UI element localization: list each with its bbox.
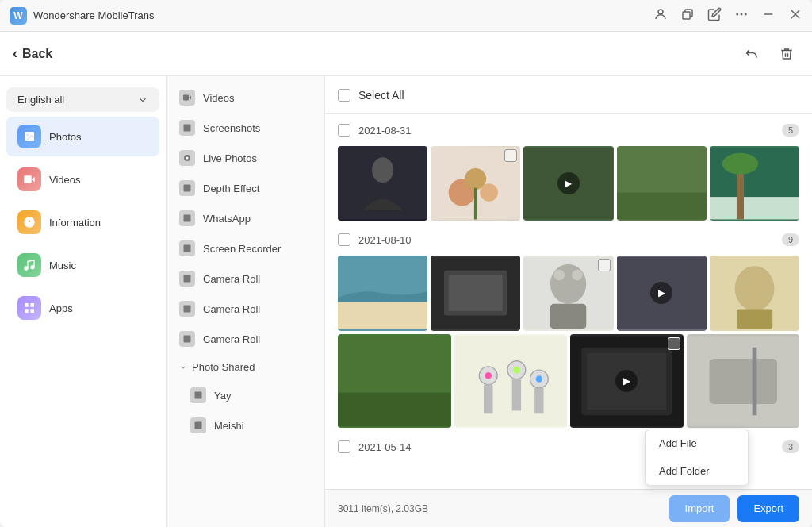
back-label: Back	[22, 47, 52, 61]
close-icon[interactable]	[788, 7, 802, 25]
content-toolbar: Select All	[325, 76, 812, 114]
date-checkbox-3[interactable]	[338, 440, 350, 453]
panel-live-photos[interactable]: Live Photos	[167, 143, 324, 173]
photo-thumb[interactable]	[431, 256, 520, 330]
panel-screenshots[interactable]: Screenshots	[167, 113, 324, 143]
panel-videos[interactable]: Videos	[167, 83, 324, 113]
profile-icon[interactable]	[653, 7, 668, 25]
date-label-2: 2021-08-10	[358, 234, 412, 246]
svg-point-57	[550, 264, 586, 304]
panel-screen-recorder-label: Screen Recorder	[203, 243, 281, 255]
header-actions	[739, 41, 799, 67]
svg-point-36	[372, 157, 393, 183]
svg-point-0	[658, 10, 663, 14]
photo-preview	[710, 256, 799, 330]
minimize-icon[interactable]	[761, 7, 776, 25]
panel-camera-roll-2-label: Camera Roll	[203, 303, 260, 315]
window-icon[interactable]	[680, 7, 695, 25]
panel-camera-roll-3-icon	[179, 331, 195, 347]
photo-thumb[interactable]	[687, 334, 800, 429]
panel-whatsapp[interactable]: WhatsApp	[167, 203, 324, 233]
svg-rect-27	[184, 185, 191, 192]
language-dropdown[interactable]: English all	[6, 87, 159, 112]
photo-preview	[710, 146, 799, 221]
photo-thumb[interactable]	[710, 146, 799, 221]
svg-rect-17	[25, 303, 29, 307]
app-window: W Wondershare MobileTrans ‹	[0, 0, 812, 527]
sidebar-item-information[interactable]: Information	[6, 202, 159, 242]
svg-rect-30	[184, 275, 191, 283]
date-checkbox-1[interactable]	[338, 124, 350, 137]
panel-yay[interactable]: Yay	[167, 380, 324, 410]
svg-marker-11	[32, 177, 35, 183]
panel-camera-roll-1[interactable]: Camera Roll	[167, 264, 324, 294]
svg-rect-20	[30, 309, 34, 313]
add-file-item[interactable]: Add File	[646, 429, 748, 457]
date-checkbox-2[interactable]	[338, 233, 350, 246]
export-button[interactable]: Export	[737, 495, 799, 522]
photo-preview	[338, 256, 427, 330]
panel-camera-roll-2[interactable]: Camera Roll	[167, 294, 324, 324]
photo-thumb[interactable]	[523, 256, 613, 330]
photo-row-2b: ▶	[338, 334, 799, 429]
panel-meishi[interactable]: Meishi	[167, 410, 324, 440]
more-icon[interactable]	[734, 7, 749, 25]
date-section-2: 2021-08-10 9	[338, 230, 799, 428]
import-button[interactable]: Import	[669, 495, 730, 522]
sidebar-item-apps[interactable]: Apps	[6, 288, 159, 328]
back-button[interactable]: ‹ Back	[13, 45, 52, 62]
edit-icon[interactable]	[707, 7, 722, 25]
photo-thumb[interactable]	[338, 334, 451, 429]
panel-yay-label: Yay	[214, 390, 231, 402]
svg-point-4	[745, 13, 747, 15]
panel-whatsapp-label: WhatsApp	[203, 213, 251, 225]
svg-rect-74	[534, 388, 543, 413]
photo-thumb[interactable]: ▶	[523, 146, 613, 221]
photo-preview	[687, 334, 800, 429]
photo-thumb[interactable]	[431, 146, 520, 221]
add-folder-item[interactable]: Add Folder	[646, 457, 748, 485]
sidebar: English all Photos Videos	[0, 76, 167, 527]
app-title: Wondershare MobileTrans	[33, 10, 653, 21]
photo-checkbox[interactable]	[598, 259, 611, 271]
photo-row-1: ▶	[338, 146, 799, 221]
photo-thumb[interactable]	[617, 146, 707, 221]
date-count-3: 3	[782, 440, 799, 453]
undo-button[interactable]	[739, 41, 764, 67]
main-content: English all Photos Videos	[0, 76, 812, 527]
photo-checkbox[interactable]	[668, 337, 680, 350]
sidebar-item-photos[interactable]: Photos	[6, 117, 159, 156]
svg-point-64	[734, 267, 774, 312]
photo-checkbox[interactable]	[504, 149, 517, 162]
select-all-label[interactable]: Select All	[358, 89, 404, 102]
photo-thumb[interactable]: ▶	[570, 334, 684, 429]
panel-screen-recorder[interactable]: Screen Recorder	[167, 233, 324, 264]
photo-shared-section[interactable]: Photo Shared	[167, 354, 324, 380]
sidebar-item-music[interactable]: Music	[6, 245, 159, 285]
sidebar-item-videos[interactable]: Videos	[6, 160, 159, 199]
panel-whatsapp-icon	[179, 210, 195, 226]
svg-rect-34	[195, 422, 202, 429]
photo-row-2a: ▶	[338, 256, 799, 330]
svg-rect-21	[183, 95, 189, 101]
svg-point-26	[186, 157, 189, 160]
photo-thumb[interactable]	[338, 146, 427, 221]
photo-preview	[454, 334, 568, 429]
svg-point-3	[741, 13, 743, 15]
add-dropdown-menu: Add File Add Folder	[645, 429, 749, 486]
info-icon	[17, 210, 41, 234]
panel-yay-icon	[190, 387, 206, 403]
panel-depth-effect[interactable]: Depth Effect	[167, 173, 324, 203]
svg-point-24	[185, 125, 186, 127]
panel-camera-roll-3[interactable]: Camera Roll	[167, 324, 324, 354]
svg-rect-18	[30, 303, 34, 307]
photo-thumb[interactable]	[338, 256, 427, 330]
photo-thumb[interactable]	[710, 256, 799, 330]
photo-thumb[interactable]	[454, 334, 568, 429]
panel-live-photos-label: Live Photos	[203, 152, 257, 164]
select-all-checkbox[interactable]	[338, 89, 350, 102]
delete-button[interactable]	[774, 41, 799, 67]
apps-icon	[17, 296, 41, 320]
sidebar-music-label: Music	[49, 260, 76, 271]
photo-thumb[interactable]: ▶	[617, 256, 707, 330]
